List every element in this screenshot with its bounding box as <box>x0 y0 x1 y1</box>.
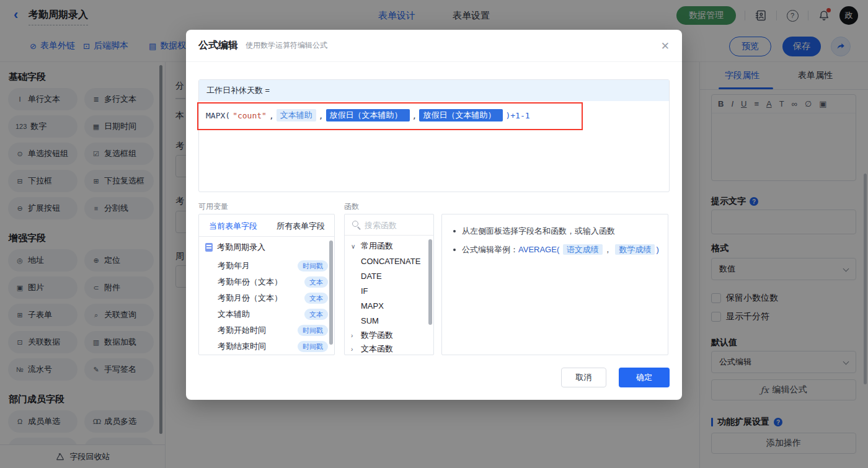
variable-row-partial[interactable] <box>218 354 328 355</box>
function-group-common[interactable]: ∨ 常用函数 <box>351 241 393 252</box>
formula-field-token-selected[interactable]: 放假日（文本辅助） <box>419 109 503 121</box>
type-badge: 文本 <box>304 309 328 320</box>
formula-expression[interactable]: MAPX("count", 文本辅助 , 放假日（文本辅助） , 放假日（文本辅… <box>206 109 530 121</box>
variable-row[interactable]: 考勤年份（文本）文本 <box>218 275 328 289</box>
formula-comma: , <box>319 111 324 120</box>
formula-field-token-selected[interactable]: 放假日（文本辅助） <box>326 109 410 121</box>
variable-row[interactable]: 考勤开始时间时间戳 <box>218 324 328 337</box>
variables-tree-root[interactable]: 考勤周期录入 <box>205 242 265 253</box>
tip-example-token: 语文成绩 <box>563 244 603 255</box>
tip-line-2: 公式编辑举例：AVERAGE( 语文成绩， 数学成绩) <box>453 244 659 255</box>
confirm-button[interactable]: 确定 <box>619 368 670 387</box>
variable-name: 考勤结束时间 <box>218 341 266 352</box>
variables-panel: 当前表单字段 所有表单字段 考勤周期录入 考勤年月时间戳 考勤年份（文本）文本 … <box>198 214 335 355</box>
cancel-button[interactable]: 取消 <box>561 368 606 387</box>
function-item[interactable]: DATE <box>361 272 382 281</box>
function-item[interactable]: MAPX <box>361 301 384 311</box>
formula-comma: , <box>269 111 274 120</box>
function-group-label: 文本函数 <box>361 343 393 355</box>
function-group-label: 数学函数 <box>361 330 393 341</box>
variables-scrollbar[interactable] <box>329 241 333 345</box>
tab-current-form-fields[interactable]: 当前表单字段 <box>209 221 257 232</box>
variable-row[interactable]: 考勤年月时间戳 <box>218 259 328 273</box>
variable-name: 考勤年月 <box>218 260 250 272</box>
function-search-row <box>345 214 433 236</box>
tip-example-function: AVERAGE( <box>518 245 559 254</box>
variable-row[interactable]: 考勤结束时间时间戳 <box>218 340 328 353</box>
formula-comma: , <box>412 111 417 120</box>
formula-function-name: MAPX( <box>206 111 230 120</box>
tip-text: 从左侧面板选择字段名和函数，或输入函数 <box>462 226 615 237</box>
type-badge: 时间戳 <box>298 260 328 272</box>
tip-example-token: 数学成绩 <box>615 244 655 255</box>
formula-string-arg: "count" <box>232 111 267 120</box>
functions-panel: ∨ 常用函数 CONCATENATE DATE IF MAPX SUM › 数学… <box>344 214 434 355</box>
search-icon <box>352 221 358 227</box>
function-search-input[interactable] <box>365 218 427 232</box>
type-badge: 文本 <box>304 293 328 304</box>
tip-example-separator: ， <box>604 245 612 254</box>
modal-header: 公式编辑 使用数学运算符编辑公式 <box>186 30 682 62</box>
function-item[interactable]: IF <box>361 286 368 296</box>
variable-row[interactable]: 考勤月份（文本）文本 <box>218 291 328 305</box>
function-item[interactable]: CONCATENATE <box>361 257 420 266</box>
variable-name: 考勤开始时间 <box>218 325 266 336</box>
formula-tail: )+1-1 <box>505 111 529 120</box>
tips-panel: 从左侧面板选择字段名和函数，或输入函数 公式编辑举例：AVERAGE( 语文成绩… <box>441 214 668 355</box>
bullet-icon <box>453 230 456 232</box>
variable-name: 考勤月份（文本） <box>218 293 282 304</box>
modal-title: 公式编辑 <box>198 39 238 52</box>
variables-tabs: 当前表单字段 所有表单字段 <box>199 214 334 237</box>
chevron-down-icon: ∨ <box>351 243 357 250</box>
tip-line-1: 从左侧面板选择字段名和函数，或输入函数 <box>453 226 615 237</box>
variable-name: 文本辅助 <box>218 309 250 320</box>
variable-row[interactable]: 文本辅助文本 <box>218 307 328 321</box>
form-doc-icon <box>205 243 213 252</box>
type-badge: 时间戳 <box>298 341 328 352</box>
formula-edit-modal: 公式编辑 使用数学运算符编辑公式 ✕ 工作日补休天数 = MAPX("count… <box>186 30 682 400</box>
modal-subtitle: 使用数学运算符编辑公式 <box>246 40 327 51</box>
tip-example-close-paren: ) <box>656 245 658 254</box>
function-item[interactable]: SUM <box>361 316 379 325</box>
formula-field-token[interactable]: 文本辅助 <box>277 109 316 121</box>
type-badge: 时间戳 <box>298 325 328 336</box>
formula-target-label: 工作日补休天数 = <box>199 80 669 101</box>
functions-label: 函数 <box>344 201 359 212</box>
formula-editor-box: 工作日补休天数 = <box>198 79 670 192</box>
type-badge: 文本 <box>304 276 328 288</box>
variables-root-label: 考勤周期录入 <box>217 242 265 253</box>
tip-example-label: 公式编辑举例： <box>462 245 518 254</box>
function-group-text[interactable]: › 文本函数 <box>351 343 393 355</box>
close-icon[interactable]: ✕ <box>661 40 670 53</box>
tip-example: 公式编辑举例：AVERAGE( 语文成绩， 数学成绩) <box>462 244 659 255</box>
bullet-icon <box>453 249 456 251</box>
chevron-right-icon: › <box>351 332 357 339</box>
variable-name: 考勤年份（文本） <box>218 276 282 288</box>
function-group-label: 常用函数 <box>361 241 393 252</box>
tab-all-form-fields[interactable]: 所有表单字段 <box>277 221 325 232</box>
functions-scrollbar[interactable] <box>428 239 432 325</box>
chevron-right-icon: › <box>351 346 357 353</box>
function-group-math[interactable]: › 数学函数 <box>351 330 393 341</box>
available-variables-label: 可用变量 <box>198 201 228 212</box>
